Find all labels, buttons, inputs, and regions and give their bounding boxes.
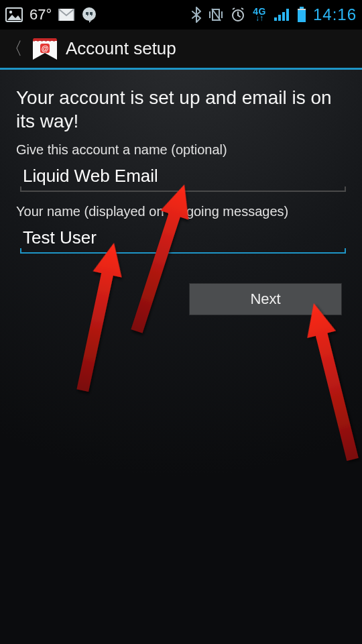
status-right-group: 4G ↓↑ 14:16	[191, 5, 357, 24]
clock-text: 14:16	[313, 5, 357, 24]
battery-icon	[297, 7, 306, 23]
email-app-icon[interactable]: @	[31, 36, 59, 62]
your-name-input[interactable]	[20, 223, 346, 254]
picture-icon	[5, 7, 23, 22]
back-caret-icon[interactable]: 〈	[4, 37, 24, 60]
status-left-group: 67°	[5, 6, 97, 23]
account-name-input[interactable]	[20, 162, 346, 192]
svg-text:@: @	[42, 44, 49, 52]
account-name-label: Give this account a name (optional)	[16, 142, 346, 158]
content-area: Your account is set up and email is on i…	[0, 70, 362, 315]
gmail-icon	[58, 9, 74, 21]
bluetooth-icon	[191, 7, 202, 23]
signal-icon	[273, 7, 290, 22]
network-label-bottom: ↓↑	[255, 15, 263, 22]
next-button[interactable]: Next	[189, 283, 342, 315]
next-button-label: Next	[250, 290, 280, 308]
page-title: Account setup	[66, 38, 176, 59]
svg-point-1	[9, 11, 12, 13]
alarm-icon	[230, 7, 246, 23]
account-name-input-wrap	[16, 162, 346, 192]
your-name-label: Your name (displayed on outgoing message…	[16, 204, 346, 219]
headline-text: Your account is set up and email is on i…	[16, 86, 346, 133]
vibrate-icon	[208, 7, 223, 22]
title-bar: 〈 @ Account setup	[0, 30, 362, 70]
hangouts-icon	[81, 7, 97, 23]
svg-point-3	[82, 7, 96, 21]
svg-rect-8	[298, 10, 306, 22]
your-name-input-wrap	[16, 223, 346, 254]
svg-rect-6	[300, 7, 304, 9]
network-4g-indicator: 4G ↓↑	[253, 8, 266, 22]
annotation-arrow-3	[300, 300, 362, 464]
status-bar: 67° 4G ↓↑ 14:16	[0, 0, 362, 30]
button-row: Next	[16, 283, 346, 315]
temperature-text: 67°	[29, 6, 52, 23]
